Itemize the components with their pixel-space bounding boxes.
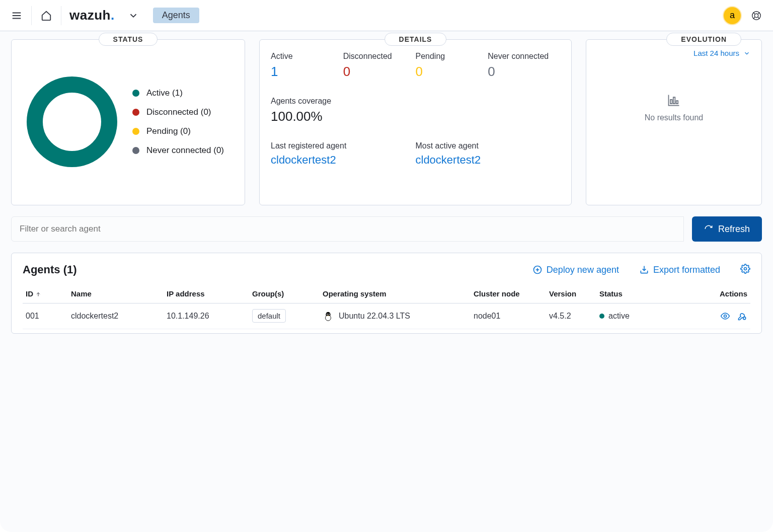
export-button[interactable]: Export formatted (639, 265, 720, 275)
empty-text: No results found (645, 113, 704, 122)
refresh-label: Refresh (718, 224, 750, 235)
col-label: ID (26, 289, 33, 298)
svg-line-6 (758, 12, 760, 14)
svg-point-4 (754, 14, 758, 17)
evolution-title: EVOLUTION (666, 33, 741, 46)
detail-pending: Pending 0 (416, 52, 488, 80)
refresh-icon (704, 224, 713, 234)
status-title: STATUS (99, 33, 158, 46)
status-text: active (608, 312, 630, 320)
legend-active[interactable]: Active (1) (132, 88, 224, 98)
linux-icon (323, 311, 334, 322)
content: STATUS Active (1) Disconnected (0) Pendi… (0, 31, 773, 532)
plus-circle-icon (532, 265, 543, 275)
legend-pending[interactable]: Pending (0) (132, 126, 224, 136)
details-panel: DETAILS Active 1 Disconnected 0 Pending … (259, 39, 572, 205)
view-icon[interactable] (720, 311, 730, 321)
chevron-down-icon (743, 50, 750, 57)
svg-point-22 (724, 315, 727, 318)
legend-label: Pending (0) (146, 126, 191, 136)
svg-point-21 (329, 314, 330, 315)
table-settings-button[interactable] (740, 264, 750, 276)
dot-icon (132, 147, 139, 154)
status-panel: STATUS Active (1) Disconnected (0) Pendi… (11, 39, 245, 205)
time-range-picker[interactable]: Last 24 hours (597, 49, 750, 57)
col-os[interactable]: Operating system (320, 284, 471, 303)
brand-text: wazuh (69, 8, 111, 23)
svg-line-5 (753, 12, 755, 14)
evolution-empty: No results found (597, 57, 750, 158)
user-avatar[interactable]: a (723, 6, 742, 25)
detail-value: 0 (416, 64, 488, 80)
cell-name: cldockertest2 (68, 303, 164, 329)
detail-last-registered: Last registered agent cldockertest2 (271, 141, 416, 167)
svg-point-23 (743, 317, 746, 320)
lifebuoy-icon (751, 10, 762, 21)
detail-value: 1 (271, 64, 343, 80)
detail-label: Last registered agent (271, 141, 416, 150)
detail-label: Disconnected (343, 52, 416, 61)
col-id[interactable]: ID (23, 284, 68, 303)
detail-label: Agents coverage (271, 97, 560, 106)
os-text: Ubuntu 22.04.3 LTS (339, 312, 410, 321)
col-ip[interactable]: IP address (164, 284, 249, 303)
svg-line-7 (753, 17, 755, 19)
cell-os: Ubuntu 22.04.3 LTS (320, 303, 471, 329)
legend-never[interactable]: Never connected (0) (132, 145, 224, 156)
col-actions: Actions (657, 284, 750, 303)
topbar: wazuh. Agents a (0, 0, 773, 31)
detail-label: Active (271, 52, 343, 61)
search-input[interactable] (11, 216, 684, 242)
cell-group: default (249, 303, 320, 329)
cell-version: v4.5.2 (546, 303, 596, 329)
svg-rect-11 (676, 101, 678, 104)
cell-cluster: node01 (471, 303, 546, 329)
group-chip[interactable]: default (252, 309, 286, 323)
table-header-row: ID Name IP address Group(s) Operating sy… (23, 284, 750, 303)
col-status[interactable]: Status (596, 284, 657, 303)
legend-disconnected[interactable]: Disconnected (0) (132, 107, 224, 117)
svg-point-20 (327, 314, 328, 315)
home-button[interactable] (35, 4, 58, 27)
cell-id: 001 (23, 303, 68, 329)
legend-label: Disconnected (0) (146, 107, 211, 117)
status-legend: Active (1) Disconnected (0) Pending (0) … (132, 88, 224, 156)
table-row[interactable]: 001 cldockertest2 10.1.149.26 default Ub… (23, 303, 750, 329)
col-cluster[interactable]: Cluster node (471, 284, 546, 303)
brand-menu-button[interactable] (122, 4, 145, 27)
detail-label: Never connected (488, 52, 560, 61)
deploy-agent-button[interactable]: Deploy new agent (532, 265, 619, 275)
detail-value: 0 (343, 64, 416, 80)
dot-icon (132, 109, 139, 116)
config-icon[interactable] (737, 311, 747, 321)
agents-panel: Agents (1) Deploy new agent Export forma… (11, 253, 762, 334)
chevron-down-icon (128, 10, 139, 21)
most-active-link[interactable]: cldockertest2 (416, 154, 561, 167)
refresh-button[interactable]: Refresh (692, 216, 762, 242)
detail-active: Active 1 (271, 52, 343, 80)
current-tab[interactable]: Agents (153, 8, 199, 23)
agents-table: ID Name IP address Group(s) Operating sy… (23, 284, 750, 329)
details-title: DETAILS (384, 33, 447, 46)
cell-actions (657, 303, 750, 329)
time-range-label: Last 24 hours (693, 49, 739, 57)
detail-coverage: Agents coverage 100.00% (271, 97, 560, 124)
status-dot-icon (599, 314, 604, 319)
svg-rect-9 (670, 100, 672, 104)
chart-icon (667, 93, 681, 107)
evolution-panel: EVOLUTION Last 24 hours No results found (586, 39, 762, 205)
brand-logo[interactable]: wazuh. (69, 8, 115, 23)
detail-most-active: Most active agent cldockertest2 (416, 141, 561, 167)
deploy-label: Deploy new agent (547, 265, 619, 275)
dot-icon (132, 128, 139, 135)
col-version[interactable]: Version (546, 284, 596, 303)
col-name[interactable]: Name (68, 284, 164, 303)
status-donut-chart (27, 77, 117, 167)
last-registered-link[interactable]: cldockertest2 (271, 154, 416, 167)
menu-button[interactable] (5, 4, 28, 27)
export-label: Export formatted (653, 265, 720, 275)
agents-title: Agents (1) (23, 263, 77, 276)
svg-point-16 (744, 267, 747, 270)
col-groups[interactable]: Group(s) (249, 284, 320, 303)
news-button[interactable] (745, 4, 768, 27)
